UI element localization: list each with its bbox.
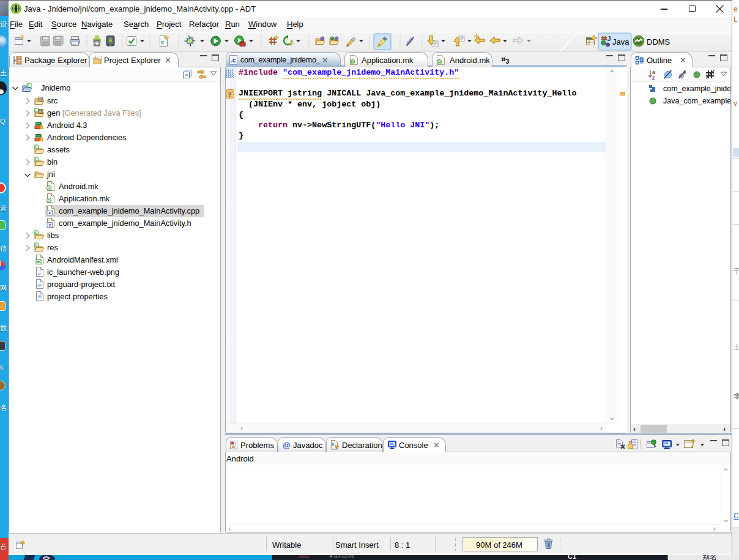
svg-text:.c: .c bbox=[231, 57, 236, 64]
svg-text:Java: Java bbox=[612, 37, 629, 47]
svg-text:?: ? bbox=[228, 91, 232, 98]
svg-text:c: c bbox=[161, 39, 164, 45]
svg-text:DDMS: DDMS bbox=[647, 37, 670, 47]
svg-text:J: J bbox=[607, 35, 611, 42]
svg-text:z: z bbox=[652, 75, 655, 80]
